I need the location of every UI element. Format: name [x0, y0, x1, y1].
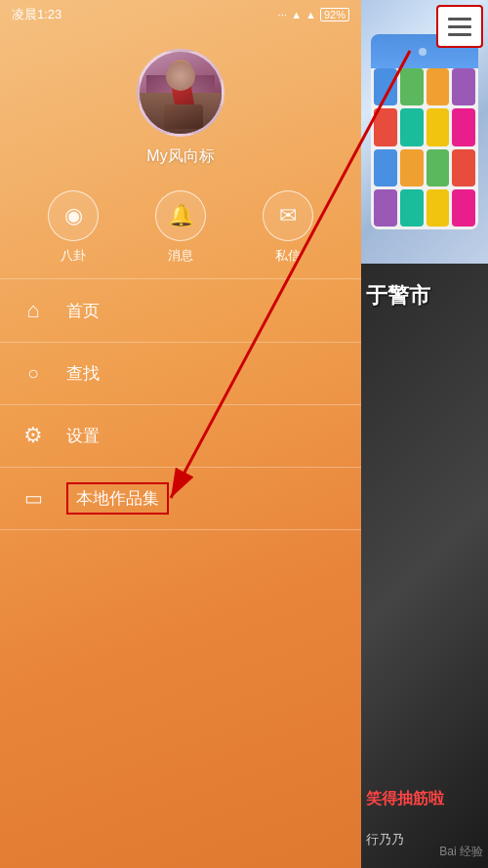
avatar-image — [140, 52, 222, 134]
gear-icon: ⚙ — [20, 423, 47, 448]
right-panel: 于警市 笑得抽筋啦 行乃乃 — [361, 0, 488, 868]
quick-action-message[interactable]: 🔔 消息 — [155, 190, 206, 265]
menu-item-search[interactable]: ○ 查找 — [0, 344, 361, 402]
quick-action-dm[interactable]: ✉ 私信 — [263, 190, 313, 265]
search-label: 查找 — [66, 362, 100, 385]
local-works-label: 本地作品集 — [66, 482, 169, 515]
gossip-icon-circle: ◉ — [48, 190, 99, 241]
dm-label: 私信 — [275, 247, 301, 265]
overlay-text-1: 于警市 — [366, 283, 430, 309]
avatar-section: My风向标 — [0, 49, 361, 167]
gossip-label: 八卦 — [61, 247, 86, 265]
username: My风向标 — [146, 146, 214, 167]
menu-divider-2 — [0, 404, 361, 405]
overlay-text-3: 行乃乃 — [366, 831, 404, 848]
home-icon: ⌂ — [20, 298, 47, 323]
menu-divider-top — [0, 278, 361, 279]
settings-label: 设置 — [66, 425, 100, 447]
mail-icon: ✉ — [279, 203, 297, 228]
overlay-text-2: 笑得抽筋啦 — [366, 789, 444, 809]
quick-actions: ◉ 八卦 🔔 消息 ✉ 私信 — [0, 190, 361, 265]
phone-screenshot — [371, 34, 478, 229]
hamburger-menu-button[interactable] — [436, 5, 483, 48]
cellular-icon: ▲ — [305, 9, 316, 21]
menu-divider-4 — [0, 529, 361, 530]
menu-divider-3 — [0, 467, 361, 468]
menu-divider-1 — [0, 342, 361, 343]
hamburger-line-2 — [448, 25, 471, 28]
right-panel-bottom-image: 于警市 笑得抽筋啦 行乃乃 — [361, 264, 488, 868]
dm-icon-circle: ✉ — [263, 190, 313, 241]
status-icons: ··· ▲ ▲ 92% — [277, 8, 349, 21]
eye-icon: ◉ — [64, 203, 83, 228]
hamburger-line-3 — [448, 33, 471, 36]
menu-item-settings[interactable]: ⚙ 设置 — [0, 406, 361, 465]
status-time: 凌晨1:23 — [12, 6, 61, 23]
wifi-signal-icon: ▲ — [291, 9, 302, 21]
status-bar: 凌晨1:23 ··· ▲ ▲ 92% — [0, 0, 361, 29]
wifi-icon: ··· — [277, 8, 287, 21]
baidu-watermark: Bai 经验 — [439, 844, 483, 860]
bell-icon: 🔔 — [168, 203, 194, 228]
menu-item-local-works[interactable]: ▭ 本地作品集 — [0, 469, 361, 527]
battery-icon: 92% — [320, 8, 349, 21]
message-label: 消息 — [168, 247, 193, 265]
quick-action-gossip[interactable]: ◉ 八卦 — [48, 190, 99, 265]
folder-icon: ▭ — [20, 486, 47, 510]
search-icon: ○ — [20, 362, 47, 385]
home-label: 首页 — [66, 300, 100, 322]
message-icon-circle: 🔔 — [155, 190, 206, 241]
avatar[interactable] — [137, 49, 224, 137]
menu-item-home[interactable]: ⌂ 首页 — [0, 281, 361, 340]
hamburger-line-1 — [448, 18, 471, 21]
